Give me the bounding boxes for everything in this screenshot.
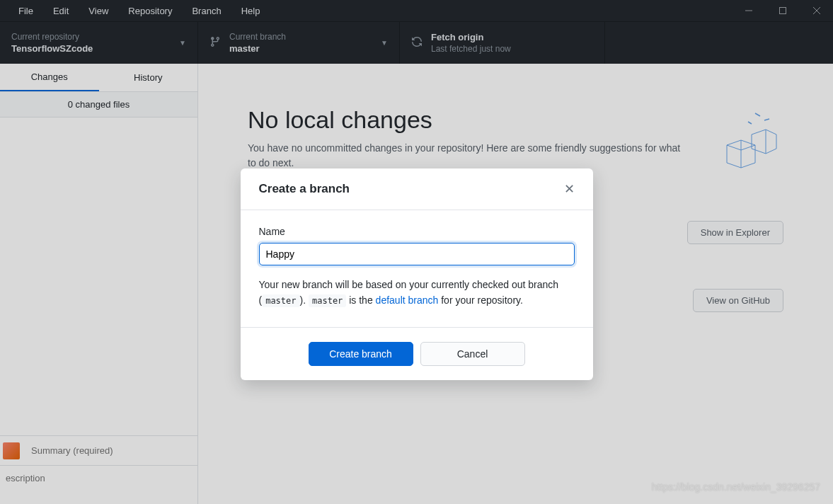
default-branch-link[interactable]: default branch xyxy=(376,294,439,306)
branch-name-input[interactable] xyxy=(259,243,575,265)
name-label: Name xyxy=(259,226,575,237)
cancel-button[interactable]: Cancel xyxy=(420,342,525,366)
dialog-title: Create a branch xyxy=(259,182,350,196)
dialog-hint: Your new branch will be based on your cu… xyxy=(259,277,575,309)
watermark: https://blog.csdn.net/weixin_39296257 xyxy=(652,481,820,493)
close-icon[interactable]: ✕ xyxy=(564,181,575,197)
create-branch-button[interactable]: Create branch xyxy=(309,342,413,366)
create-branch-dialog: Create a branch ✕ Name Your new branch w… xyxy=(241,168,593,380)
